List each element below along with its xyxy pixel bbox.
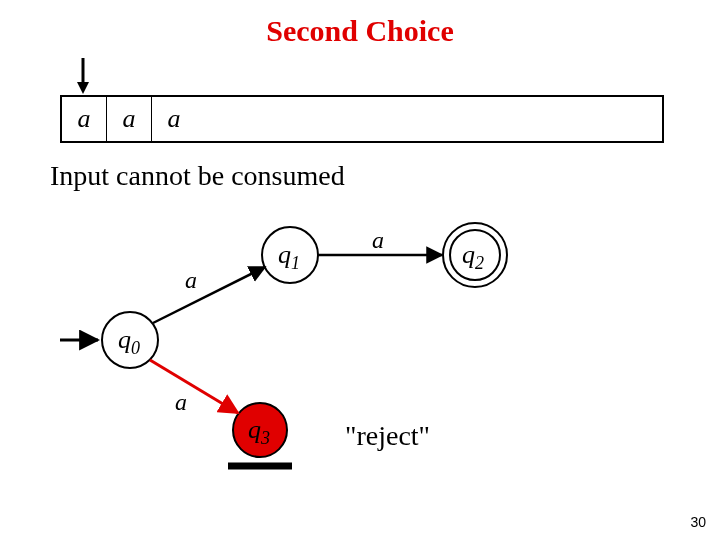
tape-cell: a [62, 97, 107, 141]
slide-title: Second Choice [0, 14, 720, 48]
reject-label: "reject" [345, 420, 430, 452]
tape-cell: a [107, 97, 152, 141]
tape-head-arrow [73, 56, 93, 98]
tape-cell: a [152, 97, 196, 141]
input-tape: a a a [60, 95, 664, 143]
edge-q0-q1-label: a [185, 267, 197, 293]
slide-number: 30 [690, 514, 706, 530]
edge-q0-q3 [150, 360, 238, 413]
automaton-diagram: q0 q1 q2 q3 a a a [60, 210, 620, 490]
svg-marker-1 [77, 82, 89, 94]
cannot-consume-text: Input cannot be consumed [50, 160, 345, 192]
edge-q1-q2-label: a [372, 227, 384, 253]
edge-q0-q1 [153, 267, 265, 323]
edge-q0-q3-label: a [175, 389, 187, 415]
